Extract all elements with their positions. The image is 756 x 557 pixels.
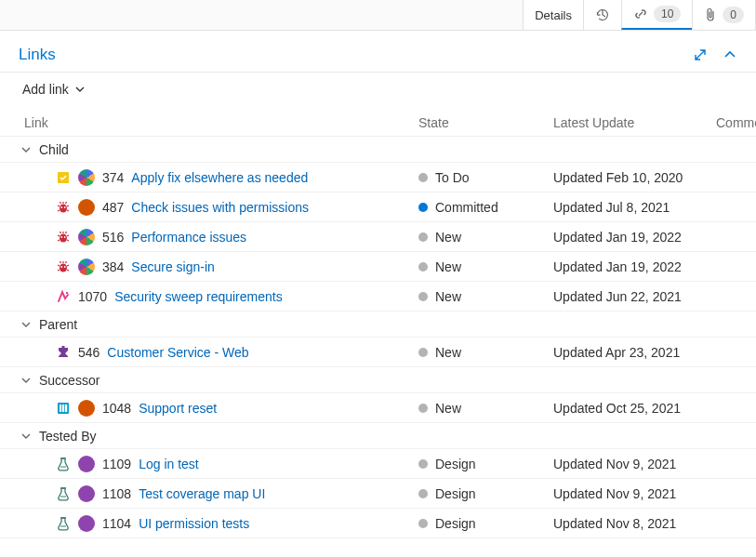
avatar	[78, 229, 95, 245]
link-item-row[interactable]: 487Check issues with permissionsCommitte…	[0, 192, 756, 222]
state-dot-icon	[418, 232, 428, 242]
svg-point-6	[64, 236, 66, 238]
history-icon	[595, 7, 610, 22]
group-row[interactable]: Child	[0, 137, 756, 163]
link-item-row[interactable]: 516Performance issuesNewUpdated Jan 19, …	[0, 222, 756, 252]
tab-details[interactable]: Details	[523, 0, 583, 30]
state-label: Design	[435, 516, 476, 531]
state-dot-icon	[418, 519, 428, 528]
svg-rect-11	[62, 346, 65, 348]
avatar	[78, 259, 95, 275]
section-title: Links	[19, 46, 56, 64]
avatar	[78, 400, 95, 417]
svg-point-7	[60, 263, 67, 272]
updated-label: Updated Oct 25, 2021	[553, 401, 716, 416]
work-item-type-icon	[56, 289, 71, 304]
work-item-title-link[interactable]: Customer Service - Web	[107, 345, 248, 360]
chevron-down-icon	[74, 84, 86, 95]
work-item-title-link[interactable]: Log in test	[139, 457, 199, 471]
svg-point-10	[66, 291, 68, 293]
work-item-title-link[interactable]: Performance issues	[131, 230, 246, 245]
state-label: New	[435, 259, 461, 274]
col-comments[interactable]: Comments	[716, 115, 756, 130]
state-label: New	[435, 289, 461, 304]
group-row[interactable]: Parent	[0, 312, 756, 338]
state-dot-icon	[418, 292, 428, 301]
collapse-chevron-icon[interactable]	[723, 47, 737, 62]
state-label: Design	[435, 457, 476, 471]
svg-rect-13	[60, 404, 61, 412]
svg-rect-15	[65, 404, 67, 412]
col-updated[interactable]: Latest Update	[553, 115, 716, 130]
work-item-type-icon	[56, 230, 71, 245]
updated-label: Updated Nov 8, 2021	[553, 516, 716, 531]
state-dot-icon	[418, 173, 428, 182]
svg-point-4	[60, 233, 67, 242]
work-item-title-link[interactable]: Check issues with permissions	[131, 200, 309, 215]
add-link-label: Add link	[22, 82, 69, 97]
updated-label: Updated Jan 19, 2022	[553, 259, 716, 274]
state-dot-icon	[418, 459, 428, 469]
state-dot-icon	[418, 203, 428, 212]
link-item-row[interactable]: 1048Support resetNewUpdated Oct 25, 2021	[0, 393, 756, 423]
attachments-count-badge: 0	[723, 7, 744, 23]
group-row[interactable]: Tested By	[0, 423, 756, 449]
link-item-row[interactable]: 1109Log in testDesignUpdated Nov 9, 2021	[0, 449, 756, 479]
work-item-type-icon	[56, 200, 71, 215]
col-state[interactable]: State	[418, 115, 553, 130]
link-item-row[interactable]: 1070Security sweep requirementsNewUpdate…	[0, 282, 756, 312]
state-dot-icon	[418, 348, 428, 357]
state-label: Committed	[435, 200, 498, 215]
group-row[interactable]: Successor	[0, 367, 756, 393]
work-item-id: 546	[78, 345, 99, 360]
work-item-id: 1048	[102, 401, 131, 416]
link-item-row[interactable]: 546Customer Service - WebNewUpdated Apr …	[0, 338, 756, 367]
work-item-id: 487	[102, 200, 124, 215]
links-count-badge: 10	[654, 6, 681, 22]
work-item-title-link[interactable]: Apply fix elsewhere as needed	[131, 170, 308, 185]
work-item-title-link[interactable]: Support reset	[139, 401, 217, 416]
tab-attachments[interactable]: 0	[692, 0, 756, 30]
group-name: Parent	[39, 317, 77, 332]
group-name: Successor	[39, 373, 99, 388]
svg-rect-14	[62, 404, 64, 412]
add-link-button[interactable]: Add link	[22, 82, 86, 97]
avatar	[78, 515, 95, 532]
attachment-icon	[704, 7, 717, 22]
work-item-title-link[interactable]: Test coverage map UI	[139, 486, 265, 501]
work-item-type-icon	[56, 401, 71, 416]
state-dot-icon	[418, 404, 428, 413]
work-item-title-link[interactable]: Security sweep requirements	[114, 289, 283, 304]
state-label: To Do	[435, 170, 470, 185]
link-item-row[interactable]: 384Secure sign-inNewUpdated Jan 19, 2022	[0, 252, 756, 282]
state-label: New	[435, 230, 461, 245]
top-tab-bar: Details 10 0	[0, 0, 756, 31]
chevron-down-icon	[20, 431, 32, 442]
link-item-row[interactable]: 1104UI permission testsDesignUpdated Nov…	[0, 509, 756, 538]
work-item-id: 1104	[102, 516, 131, 531]
link-item-row[interactable]: 374Apply fix elsewhere as neededTo DoUpd…	[0, 163, 756, 192]
col-link[interactable]: Link	[0, 115, 418, 130]
tab-history[interactable]	[583, 0, 621, 30]
work-item-id: 1070	[78, 289, 107, 304]
work-item-title-link[interactable]: UI permission tests	[139, 516, 249, 531]
link-item-row[interactable]: 1108Test coverage map UIDesignUpdated No…	[0, 479, 756, 509]
state-label: Design	[435, 486, 476, 501]
table-header-row: Link State Latest Update Comments	[0, 110, 756, 137]
links-section-header: Links	[0, 31, 756, 73]
work-item-type-icon	[56, 457, 71, 471]
updated-label: Updated Nov 9, 2021	[553, 486, 716, 501]
work-item-id: 1109	[102, 457, 131, 471]
work-item-title-link[interactable]: Secure sign-in	[131, 259, 215, 274]
svg-point-9	[64, 266, 66, 268]
state-dot-icon	[418, 262, 428, 272]
avatar	[78, 485, 95, 502]
expand-icon[interactable]	[693, 47, 708, 62]
updated-label: Updated Jan 19, 2022	[553, 230, 716, 245]
svg-point-8	[60, 266, 62, 268]
state-label: New	[435, 345, 461, 360]
work-item-type-icon	[56, 259, 71, 274]
tab-links[interactable]: 10	[621, 0, 692, 30]
updated-label: Updated Jun 22, 2021	[553, 289, 716, 304]
work-item-type-icon	[56, 486, 71, 501]
